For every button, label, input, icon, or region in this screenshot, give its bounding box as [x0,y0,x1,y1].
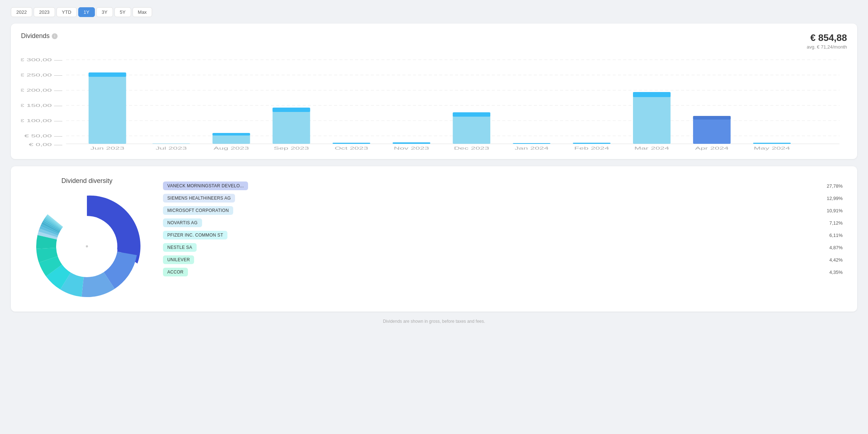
diversity-label-2: MICROSOFT CORPORATION [163,206,233,215]
diversity-card: Dividend diversity [11,166,857,312]
svg-text:€ 0,00 —: € 0,00 — [29,142,63,147]
diversity-pct-4: 6,11% [829,233,843,238]
diversity-row-0: VANECK MORNINGSTAR DEVELO...27,78% [163,181,843,191]
diversity-pct-2: 10,91% [827,208,843,213]
time-filter-bar: 20222023YTD1Y3Y5YMax [11,7,857,17]
time-btn-5y[interactable]: 5Y [114,7,131,17]
donut-center-dot [86,245,88,247]
bar-feb2024 [573,143,611,144]
diversity-label-4: PFIZER INC. COMMON ST [163,231,227,239]
svg-text:€ 250,00 —: € 250,00 — [21,73,62,77]
diversity-pct-3: 7,12% [829,220,843,226]
diversity-row-3: NOVARTIS AG7,12% [163,218,843,228]
svg-text:€ 300,00 —: € 300,00 — [21,58,62,62]
bar-aug2023-top [213,133,250,135]
svg-text:Sep 2023: Sep 2023 [274,146,309,150]
diversity-label-0: VANECK MORNINGSTAR DEVELO... [163,181,248,190]
bar-sep2023-top [273,108,310,112]
svg-text:May 2024: May 2024 [754,146,790,150]
diversity-row-2: MICROSOFT CORPORATION10,91% [163,205,843,216]
time-btn-2023[interactable]: 2023 [34,7,55,17]
diversity-row-7: ACCOR4,35% [163,267,843,277]
time-btn-2022[interactable]: 2022 [11,7,32,17]
bar-mar2024-top [633,92,671,97]
time-btn-3y[interactable]: 3Y [96,7,113,17]
dividends-label: Dividends [21,32,50,40]
diversity-label-3: NOVARTIS AG [163,218,202,227]
dividends-total-area: € 854,88 avg. € 71,24/month [807,32,847,50]
bar-dec2023-bg [453,112,490,144]
diversity-title: Dividend diversity [61,177,112,185]
svg-text:€ 50,00 —: € 50,00 — [24,134,62,138]
svg-text:€ 150,00 —: € 150,00 — [21,103,62,108]
dividends-title-area: Dividends i [21,32,58,40]
dividends-chart: € 300,00 — € 250,00 — € 200,00 — € 150,0… [21,56,847,150]
bar-nov2023 [393,142,430,144]
diversity-label-1: SIEMENS HEALTHINEERS AG [163,194,235,203]
bar-oct2023 [333,143,370,144]
diversity-list[interactable]: VANECK MORNINGSTAR DEVELO...27,78%SIEMEN… [163,177,843,277]
bar-jun2023-top [89,72,126,77]
svg-text:Feb 2024: Feb 2024 [574,146,609,150]
bar-jul2023 [152,143,190,144]
total-amount: € 854,88 [807,32,847,43]
svg-text:Jun 2023: Jun 2023 [91,146,125,150]
diversity-left: Dividend diversity [25,177,148,301]
bar-jan2024 [513,143,550,144]
diversity-row-1: SIEMENS HEALTHINEERS AG12,99% [163,193,843,203]
bar-sep2023-bg [273,108,310,144]
diversity-row-6: UNILEVER4,42% [163,255,843,265]
diversity-pct-7: 4,35% [829,270,843,275]
dividends-header: Dividends i € 854,88 avg. € 71,24/month [21,32,847,50]
diversity-pct-0: 27,78% [827,183,843,189]
svg-text:Apr 2024: Apr 2024 [695,146,729,150]
diversity-pct-5: 4,87% [829,245,843,250]
time-btn-1y[interactable]: 1Y [78,7,95,17]
info-icon[interactable]: i [52,33,58,39]
time-btn-max[interactable]: Max [133,7,152,17]
chart-svg: € 300,00 — € 250,00 — € 200,00 — € 150,0… [21,56,847,150]
svg-text:Jul 2023: Jul 2023 [156,146,187,150]
disclaimer: Dividends are shown in gross, before tax… [11,319,857,324]
donut-svg [33,192,141,301]
diversity-label-7: ACCOR [163,268,188,276]
svg-text:€ 100,00 —: € 100,00 — [21,118,62,123]
svg-text:Nov 2023: Nov 2023 [394,146,429,150]
total-avg: avg. € 71,24/month [807,44,847,50]
bar-dec2023-top [453,112,490,117]
svg-text:Jan 2024: Jan 2024 [515,146,549,150]
bar-may2024 [753,143,791,144]
bar-mar2024-bg [633,92,671,144]
diversity-label-6: UNILEVER [163,255,194,264]
dividends-card: Dividends i € 854,88 avg. € 71,24/month … [11,24,857,159]
donut-chart [33,192,141,301]
diversity-row-4: PFIZER INC. COMMON ST6,11% [163,230,843,240]
svg-text:€ 200,00 —: € 200,00 — [21,88,62,92]
diversity-pct-6: 4,42% [829,257,843,263]
time-btn-ytd[interactable]: YTD [56,7,77,17]
svg-text:Oct 2023: Oct 2023 [335,146,368,150]
bar-apr2024-top [693,116,731,120]
diversity-label-5: NESTLE SA [163,243,197,252]
svg-text:Dec 2023: Dec 2023 [454,146,489,150]
bar-apr2024-bg [693,116,731,144]
diversity-row-5: NESTLE SA4,87% [163,242,843,253]
svg-text:Mar 2024: Mar 2024 [634,146,669,150]
svg-text:Aug 2023: Aug 2023 [214,146,249,150]
bar-jun2023-bg [89,72,126,144]
diversity-pct-1: 12,99% [827,196,843,201]
